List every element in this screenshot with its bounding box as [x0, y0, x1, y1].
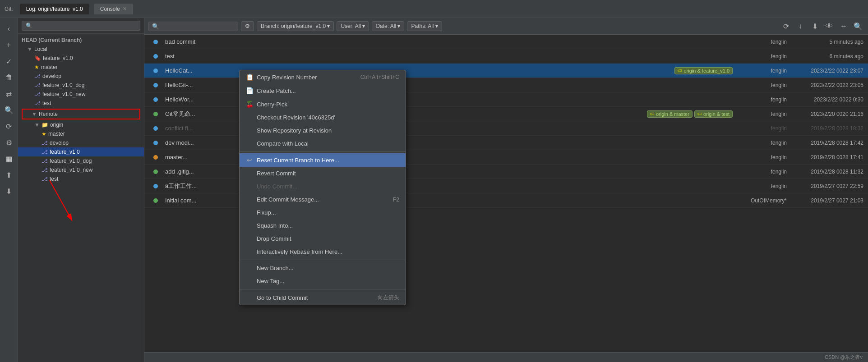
toolbar-sync-icon[interactable]: ⟳ — [2, 119, 16, 133]
toolbar-back-icon[interactable]: ‹ — [2, 22, 16, 36]
menu-new-tag-label: New Tag... — [257, 278, 284, 284]
bookmark-icon: 🔖 — [34, 55, 41, 61]
commit-date-0: 5 minutes ago — [791, 39, 863, 45]
commit-row-0[interactable]: bad commit fenglin 5 minutes ago — [144, 35, 868, 49]
menu-item-new-tag[interactable]: New Tag... — [240, 275, 406, 288]
reset-icon: ↩ — [246, 156, 253, 164]
tag-origin-master: 🏷 origin & master — [647, 110, 693, 118]
toolbar-log-icon[interactable]: ▦ — [2, 151, 16, 166]
menu-drop-label: Drop Commit — [257, 235, 291, 242]
commit-graph-5 — [149, 112, 162, 116]
date-filter-btn[interactable]: Date: All ▾ — [372, 21, 404, 31]
menu-revert-label: Revert Commit — [257, 170, 296, 177]
sidebar-item-origin-feature-v1[interactable]: ⎇ feature_v1.0 — [18, 147, 144, 156]
branch-feature-new-label: feature_v1.0_new — [42, 91, 85, 97]
toolbar-check-icon[interactable]: ✓ — [2, 54, 16, 69]
sidebar-item-origin[interactable]: ▼ 📁 origin — [18, 120, 144, 129]
eye-btn[interactable]: 👁 — [823, 20, 836, 32]
branch-filter-btn[interactable]: Branch: origin/feature_v1.0 ▾ — [257, 21, 334, 31]
content-toolbar: 🔍 ⚙ Branch: origin/feature_v1.0 ▾ User: … — [144, 18, 868, 35]
toolbar-push-icon[interactable]: ⬆ — [2, 168, 16, 182]
sidebar-item-origin-test[interactable]: ⎇ test — [18, 174, 144, 183]
menu-go-child-label: Go to Child Commit — [257, 294, 308, 301]
tab-console-close[interactable]: ✕ — [123, 6, 127, 12]
dot-4 — [153, 97, 158, 102]
sidebar-item-feature-dog[interactable]: ⎇ feature_v1.0_dog — [18, 81, 144, 90]
fetch-btn[interactable]: ↓ — [794, 20, 807, 32]
toolbar-delete-icon[interactable]: 🗑 — [2, 70, 16, 85]
toolbar-search-icon[interactable]: 🔍 — [2, 103, 16, 117]
commit-row-1[interactable]: test fenglin 6 minutes ago — [144, 49, 868, 64]
commit-date-5: 2023/2/20 0020 21:16 — [791, 111, 863, 117]
search-input[interactable] — [161, 23, 229, 29]
menu-item-new-branch[interactable]: New Branch... — [240, 261, 406, 275]
search-box: 🔍 — [148, 22, 238, 31]
sidebar-item-develop-local[interactable]: ⎇ develop — [18, 72, 144, 81]
toolbar-settings-icon[interactable]: ⚙ — [2, 135, 16, 150]
global-search-btn[interactable]: 🔍 — [852, 20, 864, 32]
menu-item-fixup[interactable]: Fixup... — [240, 206, 406, 219]
branch-icon-origin-new: ⎇ — [42, 167, 48, 173]
sidebar-item-feature-v1[interactable]: 🔖 feature_v1.0 — [18, 54, 144, 63]
origin-test-label: test — [50, 176, 58, 182]
toolbar-add-icon[interactable]: + — [2, 38, 16, 52]
tab-log[interactable]: Log: origin/feature_v1.0 — [20, 4, 89, 14]
gear-btn[interactable]: ⚙ — [241, 21, 254, 31]
sidebar-item-remote-group[interactable]: ▼ Remote — [22, 109, 140, 119]
user-filter-btn[interactable]: User: All ▾ — [337, 21, 369, 31]
folder-icon-origin: 📁 — [42, 122, 48, 128]
branch-icon-origin-dog: ⎇ — [42, 158, 48, 164]
menu-checkout-label: Checkout Revision '40c6325d' — [257, 114, 335, 121]
menu-copy-revision-shortcut: Ctrl+Alt+Shift+C — [360, 74, 399, 80]
commit-graph-10 — [149, 184, 162, 188]
dot-7 — [153, 141, 158, 145]
menu-item-reset-branch[interactable]: ↩ Reset Current Branch to Here... — [240, 153, 406, 167]
menu-copy-revision-label: Copy Revision Number — [257, 74, 317, 81]
menu-item-drop-commit[interactable]: Drop Commit — [240, 232, 406, 245]
commit-message-0: bad commit — [162, 38, 733, 45]
sidebar-item-test-local[interactable]: ⎇ test — [18, 99, 144, 108]
sidebar-search-input[interactable] — [22, 21, 140, 31]
commit-graph-4 — [149, 97, 162, 102]
toolbar-merge-icon[interactable]: ⇄ — [2, 87, 16, 101]
menu-item-go-child[interactable]: Go to Child Commit 向左箭头 — [240, 291, 406, 305]
origin-label: origin — [50, 122, 63, 128]
menu-item-copy-revision[interactable]: 📋 Copy Revision Number Ctrl+Alt+Shift+C — [240, 70, 406, 84]
menu-edit-label: Edit Commit Message... — [257, 196, 319, 203]
menu-item-edit-message[interactable]: Edit Commit Message... F2 — [240, 193, 406, 206]
branch-feature-v1-label: feature_v1.0 — [43, 55, 73, 61]
dot-11 — [153, 198, 158, 203]
sidebar-item-origin-master[interactable]: ★ master — [18, 129, 144, 138]
arrow-btn[interactable]: ↔ — [837, 20, 850, 32]
menu-item-checkout[interactable]: Checkout Revision '40c6325d' — [240, 111, 406, 124]
sidebar-item-origin-feature-dog[interactable]: ⎇ feature_v1.0_dog — [18, 156, 144, 165]
sidebar-item-feature-new[interactable]: ⎇ feature_v1.0_new — [18, 90, 144, 99]
menu-item-revert-commit[interactable]: Revert Commit — [240, 167, 406, 180]
commit-author-7: fenglin — [737, 140, 791, 146]
paths-filter-btn[interactable]: Paths: All ▾ — [407, 21, 442, 31]
menu-item-interactive-rebase[interactable]: Interactively Rebase from Here... — [240, 245, 406, 258]
commit-graph-0 — [149, 40, 162, 44]
tab-console[interactable]: Console ✕ — [94, 4, 133, 14]
sidebar-item-origin-feature-new[interactable]: ⎇ feature_v1.0_new — [18, 165, 144, 174]
menu-item-show-repo[interactable]: Show Repository at Revision — [240, 124, 406, 137]
menu-item-create-patch[interactable]: 📄 Create Patch... — [240, 84, 406, 97]
menu-item-compare-local[interactable]: Compare with Local — [240, 137, 406, 150]
menu-item-squash[interactable]: Squash Into... — [240, 219, 406, 232]
pull-btn[interactable]: ⬇ — [808, 20, 821, 32]
refresh-btn[interactable]: ⟳ — [780, 20, 792, 32]
menu-reset-label: Reset Current Branch to Here... — [257, 157, 339, 164]
sidebar-item-master-local[interactable]: ★ master — [18, 63, 144, 72]
menu-cherry-pick-label: Cherry-Pick — [257, 101, 287, 108]
dot-0 — [153, 40, 158, 44]
branch-icon-dog: ⎇ — [34, 82, 41, 88]
toolbar-pull-icon[interactable]: ⬇ — [2, 184, 16, 198]
origin-develop-label: develop — [50, 140, 69, 146]
sidebar-item-origin-develop[interactable]: ⎇ develop — [18, 138, 144, 147]
menu-item-cherry-pick[interactable]: 🍒 Cherry-Pick — [240, 97, 406, 111]
commit-author-6: fenglin — [737, 125, 791, 132]
sidebar-item-local-group[interactable]: ▼ Local — [18, 45, 144, 54]
branch-master-label: master — [41, 64, 58, 70]
sidebar-item-head[interactable]: HEAD (Current Branch) — [18, 36, 144, 45]
collapse-icon-origin: ▼ — [34, 122, 40, 128]
